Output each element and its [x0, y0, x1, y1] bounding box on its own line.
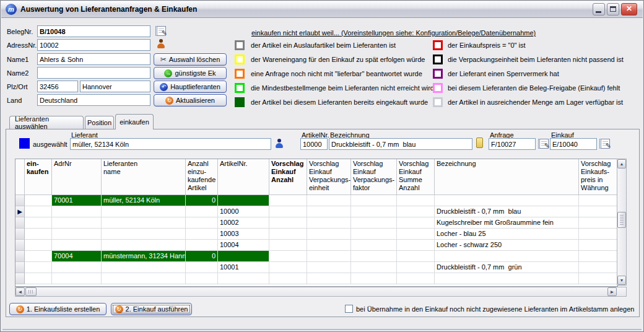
col-header-anzahl[interactable]: Anzahl einzu- kaufende Artikel [186, 159, 218, 195]
aktualisieren-button[interactable]: ↻ Aktualisieren [154, 94, 227, 107]
cell-adrnr[interactable]: 70004 [52, 251, 102, 262]
col-header-adrnr[interactable]: AdrNr [52, 159, 102, 195]
col-header-einkaufen[interactable]: ein- kaufen [25, 159, 52, 195]
legend-color-anfrage [235, 69, 245, 79]
col-header-verpackungsfaktor[interactable]: Vorschlag Einkauf Verpackungs- faktor [351, 159, 397, 195]
uebernahme-checkbox[interactable] [345, 305, 353, 313]
note-icon[interactable] [476, 138, 483, 148]
einkaufsliste-erstellen-button[interactable]: ↻ 1. Einkaufsliste erstellen [9, 303, 107, 315]
table-row-empty[interactable] [15, 273, 617, 284]
close-button[interactable]: ✕ [621, 3, 637, 15]
address-person-icon[interactable] [157, 39, 165, 49]
row-selector[interactable] [15, 240, 25, 251]
belegnr-field[interactable] [37, 25, 150, 37]
cell-bezeichnung[interactable]: Kugelschreiber mit Großraummine fein [435, 217, 579, 229]
tab-label: Position [87, 119, 111, 126]
cell-anzahl[interactable]: 0 [186, 251, 218, 262]
lieferant-field[interactable] [70, 138, 271, 150]
plz-field[interactable] [37, 81, 78, 92]
einkauf-ausfuehren-button[interactable]: ↻ 2. Einkauf ausführen [111, 303, 192, 315]
einkauf-lookup-icon[interactable] [599, 139, 610, 149]
table-row-supplier-70001[interactable]: 70001 müller, 52134 Köln 0 [15, 195, 617, 206]
auswahl-loeschen-button[interactable]: ✂ Auswahl löschen [154, 53, 227, 66]
guenstigste-ek-button[interactable]: → günstigste Ek [154, 67, 227, 79]
scroll-down-icon[interactable]: ▼ [617, 276, 626, 285]
tab-position[interactable]: Position [85, 116, 114, 129]
maximize-button[interactable] [607, 3, 619, 15]
artikelnr-field[interactable] [300, 138, 328, 150]
hauptlieferanten-button[interactable]: ↶ Hauptlieferanten [154, 81, 227, 93]
table-row-article-10004[interactable]: 10004 Locher - schwarz 250 [15, 240, 617, 251]
cell-artikelnr[interactable]: 10003 [218, 229, 269, 240]
tab-label: Lieferanten auswählen [15, 115, 78, 130]
vertical-scrollbar-thumb[interactable] [617, 212, 626, 228]
guenstigste-ek-label: günstigste Ek [175, 69, 215, 77]
legend-text-auslaufartikel: der Artikel ein Auslaufartikel beim Lief… [251, 42, 396, 49]
cell-artikelnr[interactable]: 10000 [218, 206, 269, 217]
land-field[interactable] [37, 94, 150, 106]
uebernahme-checkbox-label: bei Übernahme in den Einkauf noch nicht … [356, 305, 634, 313]
name2-field[interactable] [37, 67, 150, 79]
beleg-lookup-icon[interactable] [155, 26, 166, 36]
legend-color-mindestbestellmenge [235, 83, 245, 93]
col-header-lieferantenname[interactable]: Lieferanten name [102, 159, 186, 195]
col-header-summe-anzahl[interactable]: Vorschlag Einkauf Summe Anzahl [397, 159, 435, 195]
anfrage-lookup-icon[interactable] [538, 139, 549, 149]
selected-color-swatch [19, 138, 30, 149]
cell-lieferantenname[interactable]: müller, 52134 Köln [102, 195, 186, 206]
cell-artikelnr[interactable]: 10004 [218, 240, 269, 251]
row-selector[interactable] [15, 251, 25, 262]
cell-artikelnr[interactable] [218, 195, 269, 206]
vertical-scrollbar[interactable]: ▲ ▼ [617, 159, 627, 286]
table-row-article-10003[interactable]: 10003 Locher - blau 25 [15, 229, 617, 240]
title-bar[interactable]: m Auswertung von Lieferantenanfragen & E… [1, 1, 643, 18]
cell-bezeichnung[interactable]: Locher - blau 25 [435, 229, 579, 240]
legend-color-auslaufartikel [235, 40, 245, 50]
row-selector-current[interactable]: ▶ [15, 206, 25, 217]
lieferant-person-icon[interactable] [275, 139, 284, 149]
name1-field[interactable] [37, 53, 150, 65]
ort-field[interactable] [80, 81, 150, 92]
anfrage-field[interactable] [489, 138, 536, 150]
minimize-button[interactable] [593, 3, 605, 15]
cell-artikelnr[interactable]: 10001 [218, 262, 269, 273]
table-row-article-10001[interactable]: 10001 Druckbleistift - 0,7 mm grün [15, 262, 617, 273]
einkauf-field[interactable] [550, 138, 597, 150]
col-header-artikelnr[interactable]: ArtikelNr. [218, 159, 269, 195]
row-selector[interactable] [15, 273, 25, 284]
cell-artikelnr[interactable] [218, 251, 269, 262]
col-header-verpackungseinheit[interactable]: Vorschlag Einkauf Verpackungs- einheit [307, 159, 351, 195]
app-logo-icon: m [6, 4, 17, 15]
table-row-supplier-70004[interactable]: 70004 münstermann, 31234 Hannover 0 [15, 251, 617, 262]
col-header-bezeichnung[interactable]: Bezeichnung [435, 159, 579, 195]
cell-artikelnr[interactable]: 10002 [218, 217, 269, 229]
row-selector[interactable] [15, 262, 25, 273]
scroll-up-icon[interactable]: ▲ [617, 159, 626, 168]
row-selector[interactable] [15, 229, 25, 240]
col-header-vorschlag-anzahl[interactable]: Vorschlag Einkauf Anzahl [269, 159, 307, 195]
tab-lieferanten-auswaehlen[interactable]: Lieferanten auswählen [9, 116, 84, 129]
scroll-left-icon[interactable]: ◄ [15, 287, 25, 296]
name2-label: Name2 [7, 69, 28, 77]
row-selector[interactable] [15, 217, 25, 229]
horizontal-scrollbar[interactable]: ◄ ► [15, 287, 627, 297]
row-selector[interactable] [15, 195, 25, 206]
col-header-selector[interactable] [15, 159, 25, 195]
horizontal-scrollbar-thumb[interactable] [25, 287, 37, 296]
cell-bezeichnung[interactable]: Druckbleistift - 0,7 mm grün [435, 262, 579, 273]
cell-bezeichnung[interactable]: Druckbleistift - 0,7 mm blau [435, 206, 579, 217]
cell-adrnr[interactable]: 70001 [52, 195, 102, 206]
cell-lieferantenname[interactable]: münstermann, 31234 Hannover [102, 251, 186, 262]
cell-anzahl[interactable]: 0 [186, 195, 218, 206]
bezeichnung-field[interactable] [329, 138, 472, 150]
auswahl-loeschen-label: Auswahl löschen [169, 56, 220, 63]
tab-einkaufen[interactable]: einkaufen [115, 114, 154, 129]
col-header-einkaufspreis[interactable]: Vorschlag Einkaufs- preis in Währung [579, 159, 617, 195]
app-window: m Auswertung von Lieferantenanfragen & E… [0, 0, 644, 332]
scroll-right-icon[interactable]: ► [607, 287, 617, 296]
legend-color-wareneingang [235, 55, 245, 64]
adressnr-field[interactable] [37, 39, 150, 51]
cell-bezeichnung[interactable]: Locher - schwarz 250 [435, 240, 579, 251]
table-row-article-10000[interactable]: ▶ 10000 Druckbleistift - 0,7 mm blau [15, 206, 617, 217]
table-row-article-10002[interactable]: 10002 Kugelschreiber mit Großraummine fe… [15, 217, 617, 229]
